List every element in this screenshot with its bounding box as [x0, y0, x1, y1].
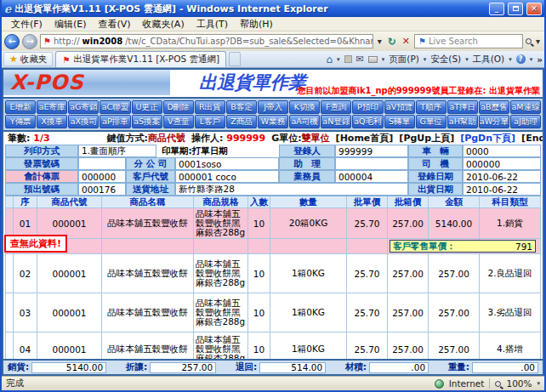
table-row[interactable]: 02 000001 品味本舖五穀豐收餅 品味本舖五穀豐收餅黑麻銀杏288g 10…: [5, 254, 541, 293]
btn-order[interactable]: T順序: [416, 100, 446, 114]
nav-home-hint[interactable]: [Home首頁]: [336, 132, 394, 145]
search-dropdown-icon[interactable]: ▾: [534, 37, 542, 46]
print-mode-field[interactable]: 1.畫面順序: [78, 145, 156, 157]
btn-assistant[interactable]: aJ助理: [510, 115, 541, 128]
header-pack-qty: 入數: [248, 196, 270, 208]
invoice-field[interactable]: [78, 157, 126, 170]
btn-schedule-vehicle[interactable]: aP排車: [100, 115, 130, 128]
nav-pgup-hint[interactable]: [PgUp上頁]: [399, 132, 454, 145]
btn-customer-set[interactable]: B客定: [226, 100, 257, 114]
menu-tools[interactable]: 工具(T): [191, 18, 233, 31]
nav-pgdn-hint[interactable]: [PgDn下頁]: [460, 132, 515, 145]
menu-file[interactable]: 文件(F): [6, 18, 48, 31]
login-user-field[interactable]: 999999: [335, 145, 408, 157]
btn-switch[interactable]: K切換: [289, 100, 320, 114]
assistant-field[interactable]: [335, 157, 408, 170]
btn-transfer[interactable]: S轉單: [384, 115, 415, 128]
zoom-dropdown-icon[interactable]: ▾: [537, 380, 540, 387]
table-row[interactable]: 03 000001 品味本舖五穀豐收餅 品味本舖五穀豐收餅黑麻銀杏288g 10…: [5, 293, 541, 332]
btn-query[interactable]: F查詢: [321, 100, 351, 114]
register-date-field[interactable]: 2010-06-22: [463, 170, 541, 183]
page-menu[interactable]: 页面(P): [389, 54, 419, 65]
btn-change-driver[interactable]: aX換司: [68, 115, 99, 128]
favorites-button[interactable]: ★ 收藏夹: [3, 52, 53, 66]
tools-menu[interactable]: 工具(O): [473, 54, 504, 65]
search-input[interactable]: ⚑ Live Search: [414, 34, 523, 48]
btn-help[interactable]: aH幫助: [447, 115, 478, 128]
zoom-icon[interactable]: [495, 381, 501, 387]
btn-add-new[interactable]: E增新: [5, 100, 36, 114]
row-select-cell[interactable]: [5, 254, 14, 293]
menu-help[interactable]: 帮助(H): [235, 18, 278, 31]
btn-ship[interactable]: R出貨: [195, 100, 225, 114]
address-input[interactable]: ⚑ http://win2008/tw/c_CData/ChuTui.asp?D…: [40, 34, 373, 48]
delivery-address-label: 送貨地址: [126, 183, 175, 196]
home-icon[interactable]: ⌂: [326, 54, 333, 65]
feed-icon[interactable]: [344, 55, 352, 63]
voucher-field[interactable]: 000000: [78, 170, 126, 183]
btn-history-sales[interactable]: aB歷售: [479, 100, 509, 114]
menu-favorites[interactable]: 收藏夹(A): [138, 18, 190, 31]
help-dropdown-icon[interactable]: ▾: [530, 56, 533, 63]
btn-import[interactable]: J帶入: [258, 100, 288, 114]
btn-change-case[interactable]: aS換案: [132, 115, 162, 128]
row-select-cell[interactable]: [5, 293, 14, 332]
home-dropdown-icon[interactable]: ▾: [337, 56, 340, 63]
btn-connect[interactable]: aM連線: [510, 100, 541, 114]
customer-code-field[interactable]: 000001 coco: [175, 170, 279, 183]
btn-preprint[interactable]: P預印: [352, 100, 383, 114]
btn-voucher[interactable]: Y傳票: [5, 115, 36, 128]
table-row[interactable]: 01 000001 品味本舖五穀豐收餅 品味本舖五穀豐收餅黑麻銀杏288g 10…: [5, 208, 541, 239]
refresh-icon[interactable]: ↻: [386, 36, 398, 48]
btn-customer[interactable]: L客戶: [195, 115, 225, 128]
btn-pick-date[interactable]: aT擇日: [447, 100, 478, 114]
row-select-cell[interactable]: [5, 332, 14, 359]
print-dropdown-icon[interactable]: ▾: [382, 56, 385, 63]
btn-login[interactable]: aN登錄: [321, 115, 351, 128]
mail-icon[interactable]: ✉: [356, 54, 364, 65]
btn-consign[interactable]: aG寄銷: [68, 100, 99, 114]
nav-end-hint[interactable]: [End尾頁]: [521, 132, 544, 145]
toolbar-overflow-chevron[interactable]: »: [537, 54, 543, 65]
btn-driver[interactable]: aA司機: [289, 115, 320, 128]
delivery-address-field[interactable]: 新竹縣李路28: [175, 183, 408, 196]
menu-view[interactable]: 查看(V): [93, 18, 135, 31]
stop-icon[interactable]: ✕: [401, 36, 412, 47]
btn-check-qty[interactable]: V查量: [163, 115, 194, 128]
btn-sales-rep[interactable]: W業務: [258, 115, 288, 128]
back-button[interactable]: ←: [4, 34, 20, 49]
btn-change-vehicle[interactable]: X換車: [37, 115, 67, 128]
menu-edit[interactable]: 编辑(E): [49, 18, 92, 31]
btn-margin[interactable]: aQ毛利: [352, 115, 383, 128]
driver-field[interactable]: 000000: [463, 157, 541, 170]
safety-menu[interactable]: 安全(S): [430, 54, 461, 65]
btn-product[interactable]: Z商品: [226, 115, 257, 128]
btn-delete[interactable]: D刪除: [163, 100, 194, 114]
band-cell: [102, 239, 194, 254]
ship-date-field[interactable]: 2010-06-22: [463, 183, 541, 196]
btn-unit[interactable]: G單位: [416, 115, 446, 128]
branch-field[interactable]: 0001soso: [175, 157, 279, 170]
vehicle-field[interactable]: 0000: [463, 145, 541, 157]
forward-button[interactable]: →: [22, 34, 37, 49]
minimize-button[interactable]: _: [489, 3, 504, 15]
help-icon[interactable]: ?: [516, 54, 526, 64]
btn-alliance[interactable]: aC聯盟: [100, 100, 130, 114]
btn-send-stock[interactable]: aE寄庫: [37, 100, 67, 114]
tab-active[interactable]: ⚑ 出退貨單作業V1.11 [X-POS 雲通網]: [55, 51, 226, 67]
preorder-field[interactable]: 000176: [78, 183, 126, 196]
btn-correct[interactable]: U更正: [132, 100, 162, 114]
btn-split-order[interactable]: aW分單: [479, 115, 509, 128]
register-date-label: 登錄日期: [408, 170, 463, 183]
search-icon[interactable]: [526, 38, 532, 44]
maximize-icon: [513, 6, 519, 11]
address-dropdown-icon[interactable]: ▾: [376, 37, 384, 46]
print-icon[interactable]: [368, 56, 378, 63]
maximize-button[interactable]: [508, 3, 523, 15]
zoom-level[interactable]: 100%: [506, 378, 532, 389]
btn-preview[interactable]: aV預覽: [384, 100, 415, 114]
table-row[interactable]: 04 000001 品味本舖五穀豐收餅 品味本舖五穀豐收餅黑麻銀杏288g 10…: [5, 332, 541, 359]
sales-rep-field[interactable]: 000004: [335, 170, 408, 183]
new-tab-button[interactable]: [229, 52, 241, 66]
close-button[interactable]: ✕: [526, 3, 542, 15]
